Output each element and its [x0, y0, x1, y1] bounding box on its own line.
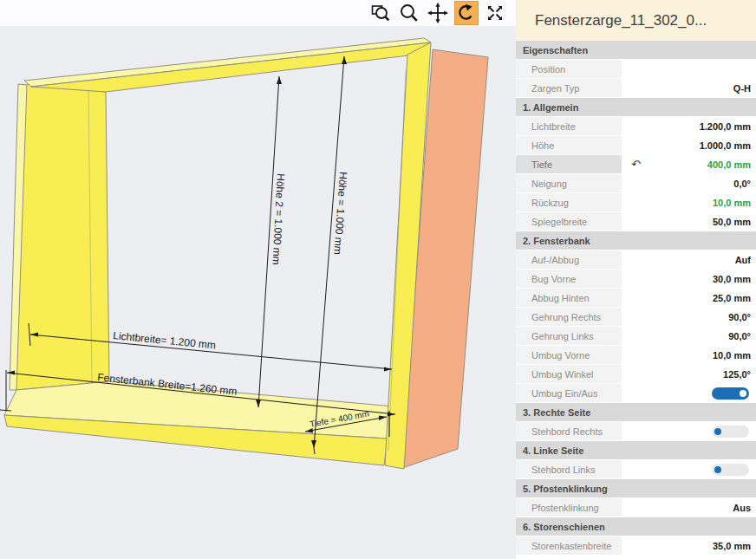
pan-button[interactable]	[426, 1, 450, 25]
property-row[interactable]: Stehbord Links	[516, 460, 756, 479]
property-label: Rückzug	[516, 193, 622, 211]
property-value-text: 90,0°	[728, 331, 751, 341]
property-label: Bug Vorne	[516, 270, 622, 288]
property-value: 0,0°	[622, 174, 756, 192]
toggle-knob	[714, 428, 721, 435]
property-value: Aus	[622, 498, 756, 517]
property-label: Abbug Hinten	[516, 289, 622, 307]
property-value-text: 30,0 mm	[713, 274, 751, 284]
property-value-text: 25,0 mm	[713, 293, 751, 303]
property-label: Umbug Ein/Aus	[516, 384, 622, 402]
property-row[interactable]: Abbug Hinten25,0 mm	[516, 289, 756, 308]
property-row[interactable]: Zargen TypQ-H	[516, 79, 756, 98]
property-value: 1.200,0 mm	[622, 117, 756, 135]
toggle-switch[interactable]	[712, 387, 749, 400]
property-value: 10,0 mm	[622, 346, 756, 364]
property-value: 90,0°	[622, 327, 756, 345]
viewport-toolbar	[0, 0, 516, 26]
property-value-text: Auf	[735, 255, 751, 265]
property-row[interactable]: Neigung0,0°	[516, 174, 756, 193]
property-row[interactable]: PfostenklinkungAus	[516, 498, 756, 517]
property-value-text: 400,0 mm	[707, 159, 751, 170]
toggle-switch[interactable]	[712, 464, 749, 476]
property-row[interactable]: Auf-/AbbugAuf	[516, 250, 756, 270]
property-row[interactable]: Höhe1.000,0 mm	[516, 136, 756, 155]
property-value	[622, 384, 756, 402]
property-label: Gehrung Rechts	[516, 308, 622, 326]
property-label: Tiefe	[516, 155, 622, 173]
section-header: 6. Storenschienen	[516, 517, 756, 536]
property-value: 125,0°	[622, 365, 756, 383]
property-value-text: 10,0 mm	[713, 350, 751, 361]
property-value	[622, 460, 756, 478]
property-label: Pfostenklinkung	[516, 498, 622, 517]
section-header: 2. Fensterbank	[516, 231, 756, 250]
property-value-text: 125,0°	[723, 369, 751, 380]
zoom-region-button[interactable]	[368, 1, 393, 25]
section-header: 5. Pfostenklinkung	[516, 479, 756, 498]
zoom-icon	[398, 2, 420, 24]
property-row[interactable]: Umbug Ein/Aus	[516, 384, 756, 403]
property-row[interactable]: Lichtbreite1.200,0 mm	[516, 117, 756, 136]
property-row[interactable]: Gehrung Rechts90,0°	[516, 308, 756, 327]
property-value-text: 1.200,0 mm	[700, 121, 751, 132]
property-label: Storenkastenbreite	[516, 536, 622, 555]
properties-sections: EigenschaftenPositionZargen TypQ-H1. All…	[516, 41, 756, 556]
toggle-switch[interactable]	[712, 426, 749, 438]
property-label: Lichtbreite	[516, 117, 622, 135]
property-value-text: Q-H	[733, 83, 751, 94]
dimension-label-lichtbreite: Lichtbreite= 1.200 mm	[113, 329, 217, 351]
property-value: ↶400,0 mm	[622, 155, 756, 173]
section-header: 1. Allgemein	[516, 98, 756, 117]
pan-icon	[427, 2, 449, 24]
frame-top-board	[31, 42, 431, 92]
property-value	[622, 60, 756, 78]
property-row[interactable]: Umbug Vorne10,0 mm	[516, 346, 756, 365]
property-label: Umbug Winkel	[516, 365, 622, 383]
fit-view-button[interactable]	[483, 1, 507, 25]
property-row[interactable]: Gehrung Links90,0°	[516, 327, 756, 346]
property-label: Auf-/Abbug	[516, 250, 622, 269]
property-label: Zargen Typ	[516, 79, 622, 97]
property-value-text: 50,0 mm	[713, 217, 751, 227]
toggle-knob	[740, 390, 746, 397]
zoom-region-icon	[369, 2, 392, 24]
zoom-button[interactable]	[397, 1, 421, 25]
undo-icon[interactable]: ↶	[631, 157, 641, 172]
property-value-text: 0,0°	[733, 179, 751, 189]
section-header: 3. Rechte Seite	[516, 403, 756, 422]
property-row[interactable]: Umbug Winkel125,0°	[516, 365, 756, 384]
property-row[interactable]: Storenkastenbreite35,0 mm	[516, 536, 756, 556]
property-value	[622, 422, 756, 440]
property-row[interactable]: Rückzug10,0 mm	[516, 193, 756, 212]
rotate-button[interactable]	[454, 1, 479, 25]
property-value-text: 35,0 mm	[713, 541, 751, 551]
page-title: Fensterzarge_11_302_0...	[516, 0, 756, 41]
frame-top-strip	[24, 38, 431, 87]
viewport-3d[interactable]: Höhe 2 = 1.000 mm Höhe = 1.000 mm Lichtb…	[0, 0, 516, 559]
property-label: Stehbord Rechts	[516, 422, 622, 440]
property-label: Höhe	[516, 136, 622, 154]
property-row[interactable]: Stehbord Rechts	[516, 422, 756, 441]
property-value: 1.000,0 mm	[622, 136, 756, 154]
property-label: Spiegelbreite	[516, 212, 622, 231]
properties-panel: Fensterzarge_11_302_0... EigenschaftenPo…	[516, 0, 756, 559]
property-row[interactable]: Spiegelbreite50,0 mm	[516, 212, 756, 231]
property-value: Auf	[622, 250, 756, 269]
property-row[interactable]: Bug Vorne30,0 mm	[516, 270, 756, 289]
property-label: Umbug Vorne	[516, 346, 622, 364]
property-value: Q-H	[622, 79, 756, 97]
property-label: Neigung	[516, 174, 622, 192]
property-row[interactable]: Tiefe↶400,0 mm	[516, 155, 756, 174]
property-label: Gehrung Links	[516, 327, 622, 345]
property-label: Position	[516, 60, 622, 78]
section-header: 4. Linke Seite	[516, 441, 756, 460]
property-value-text: Aus	[733, 503, 751, 513]
property-row[interactable]: Position	[516, 60, 756, 79]
property-value: 10,0 mm	[622, 193, 756, 211]
property-value: 30,0 mm	[622, 270, 756, 288]
property-value: 90,0°	[622, 308, 756, 326]
toggle-knob	[714, 466, 721, 473]
property-value-text: 90,0°	[728, 312, 751, 322]
property-value-text: 10,0 mm	[713, 198, 751, 208]
